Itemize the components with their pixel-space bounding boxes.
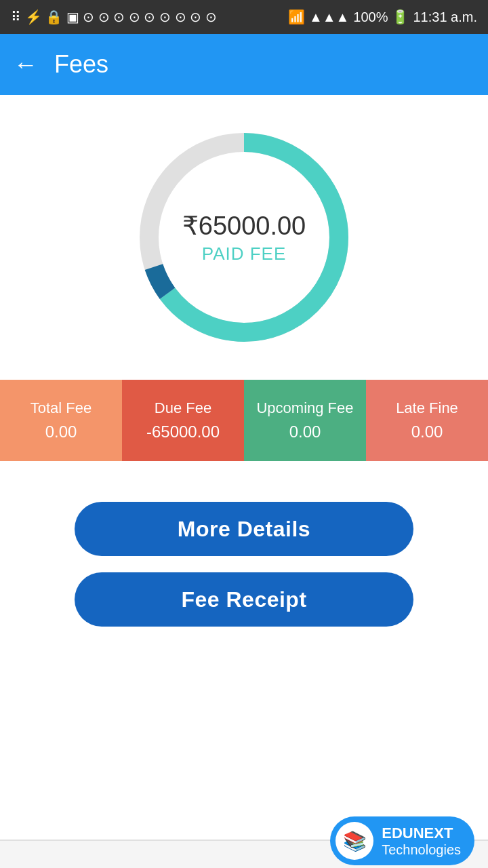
late-fine-label: Late Fine (396, 399, 458, 417)
fee-cell-late: Late Fine 0.00 (366, 380, 488, 461)
more-details-button[interactable]: More Details (75, 502, 413, 556)
company-icon: 📚 (336, 822, 373, 860)
time-text: 11:31 a.m. (413, 9, 477, 25)
back-button[interactable]: ← (14, 50, 38, 79)
footer: 📚 EDUNEXT Technologies (0, 814, 488, 868)
status-icons: ⠿ ⚡ 🔒 ▣ ⊙ ⊙ ⊙ ⊙ ⊙ ⊙ ⊙ ⊙ ⊙ (11, 9, 217, 25)
status-left: ⠿ ⚡ 🔒 ▣ ⊙ ⊙ ⊙ ⊙ ⊙ ⊙ ⊙ ⊙ ⊙ (11, 9, 217, 25)
due-fee-label: Due Fee (155, 399, 211, 417)
total-fee-label: Total Fee (30, 399, 92, 417)
upcoming-fee-value: 0.00 (289, 422, 321, 441)
paid-label: PAID FEE (182, 243, 306, 264)
total-fee-value: 0.00 (45, 422, 77, 441)
upcoming-fee-label: Upcoming Fee (256, 399, 353, 417)
fee-cell-upcoming: Upcoming Fee 0.00 (244, 380, 366, 461)
button-section: More Details Fee Receipt (0, 461, 488, 654)
fee-cell-total: Total Fee 0.00 (0, 380, 122, 461)
battery-text: 100% (353, 9, 388, 25)
due-fee-value: -65000.00 (146, 422, 220, 441)
app-bar: ← Fees (0, 34, 488, 95)
company-text: EDUNEXT Technologies (382, 825, 461, 858)
signal-icon: ▲▲▲ (309, 9, 349, 25)
battery-icon: 🔋 (392, 9, 409, 25)
donut-chart: ₹65000.00 PAID FEE (129, 122, 359, 353)
page-title: Fees (54, 50, 108, 79)
paid-amount: ₹65000.00 (182, 211, 306, 241)
status-right: 📶 ▲▲▲ 100% 🔋 11:31 a.m. (288, 9, 477, 25)
late-fine-value: 0.00 (411, 422, 443, 441)
wifi-icon: 📶 (288, 9, 305, 25)
fee-cell-due: Due Fee -65000.00 (122, 380, 244, 461)
company-badge: 📚 EDUNEXT Technologies (330, 816, 474, 865)
main-content: ₹65000.00 PAID FEE Total Fee 0.00 Due Fe… (0, 95, 488, 841)
status-bar: ⠿ ⚡ 🔒 ▣ ⊙ ⊙ ⊙ ⊙ ⊙ ⊙ ⊙ ⊙ ⊙ 📶 ▲▲▲ 100% 🔋 1… (0, 0, 488, 34)
company-name: EDUNEXT (382, 825, 461, 842)
company-sub: Technologies (382, 842, 461, 858)
donut-center: ₹65000.00 PAID FEE (182, 211, 306, 264)
fee-summary-row: Total Fee 0.00 Due Fee -65000.00 Upcomin… (0, 380, 488, 461)
fee-receipt-button[interactable]: Fee Receipt (75, 572, 413, 627)
